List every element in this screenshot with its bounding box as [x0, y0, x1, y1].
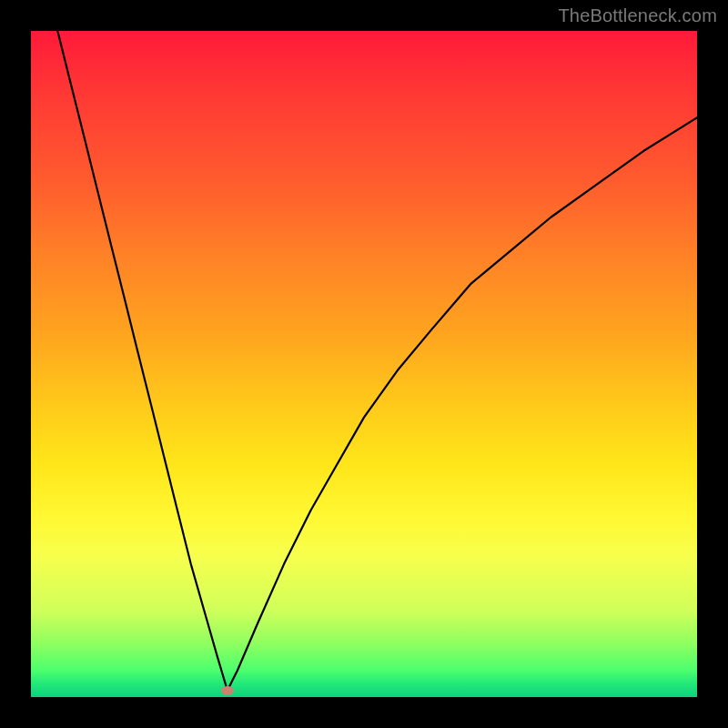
watermark-text: TheBottleneck.com [558, 5, 717, 26]
bottleneck-curve [31, 31, 697, 697]
chart-frame: TheBottleneck.com [0, 0, 728, 728]
plot-area [31, 31, 697, 697]
